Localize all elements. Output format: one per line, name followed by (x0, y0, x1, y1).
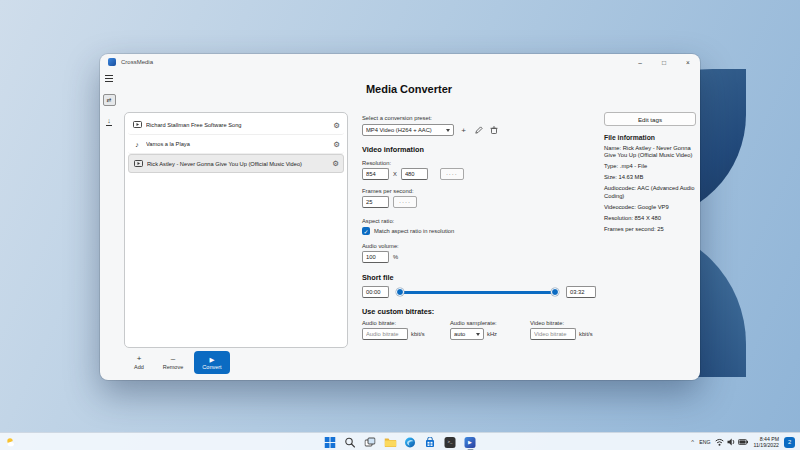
remove-file-button[interactable]: – Remove (160, 351, 186, 374)
plus-icon: + (137, 355, 142, 363)
file-list-panel: Richard Stallman Free Software Song ⚙ ♪ … (124, 112, 348, 348)
audio-volume-label: Audio volume: (362, 243, 596, 249)
resolution-separator: X (393, 171, 397, 177)
convert-button[interactable]: ▶ Convert (194, 351, 230, 374)
hamburger-icon (105, 78, 113, 79)
slider-handle-start[interactable] (396, 288, 404, 296)
file-list-item[interactable]: Richard Stallman Free Software Song ⚙ (128, 116, 344, 135)
file-settings-gear-icon[interactable]: ⚙ (333, 140, 340, 149)
trim-end-value[interactable]: 03:32 (566, 286, 596, 298)
converter-page-icon[interactable]: ⇄ (103, 94, 116, 106)
taskbar-center: >_ ▶ (324, 433, 477, 450)
aspect-ratio-checkbox[interactable]: ✓ (362, 227, 370, 235)
store-icon (425, 437, 436, 448)
minimize-button[interactable]: – (628, 54, 652, 70)
file-info-panel: Edit tags File information Name: Rick As… (604, 112, 696, 233)
audio-samplerate-value: auto (454, 331, 473, 337)
slider-handle-end[interactable] (551, 288, 559, 296)
preset-select[interactable]: MP4 Video (H264 + AAC) (362, 124, 454, 136)
notification-count-badge[interactable]: 2 (784, 437, 795, 448)
file-info-heading: File information (604, 134, 696, 141)
custom-bitrates-heading: Use custom bitrates: (362, 307, 596, 316)
conversion-settings: Select a conversion preset: MP4 Video (H… (362, 109, 596, 340)
aspect-ratio-label: Aspect ratio: (362, 218, 596, 224)
file-list-item-selected[interactable]: Rick Astley - Never Gonna Give You Up (O… (128, 154, 344, 173)
resolution-height-input[interactable] (401, 168, 428, 180)
download-page-icon[interactable]: ↓ (103, 115, 116, 128)
titlebar[interactable]: CrossMedia – □ × (100, 54, 700, 70)
file-info-size: Size: 14.63 MB (604, 174, 696, 182)
download-icon: ↓ (106, 117, 112, 126)
close-button[interactable]: × (676, 54, 700, 70)
audio-samplerate-select[interactable]: auto (450, 328, 484, 340)
app-window: CrossMedia – □ × ⇄ ↓ Media Converter Ric… (100, 54, 700, 380)
audio-bitrate-input[interactable] (362, 328, 408, 340)
file-info-resolution: Resolution: 854 X 480 (604, 215, 696, 223)
resolution-width-input[interactable] (362, 168, 389, 180)
volume-unit: % (393, 254, 398, 260)
edit-tags-button[interactable]: Edit tags (604, 112, 696, 126)
audio-bitrate-label: Audio bitrate: (362, 320, 450, 326)
hidden-icons-chevron-icon[interactable]: ^ (691, 439, 694, 445)
taskbar: >_ ▶ ^ ENG 8:44 PM 11/19/2022 2 (0, 432, 800, 450)
add-preset-icon[interactable]: + (458, 125, 469, 136)
audio-bitrate-unit: kbit/s (411, 331, 425, 337)
fps-label: Frames per second: (362, 188, 596, 194)
file-settings-gear-icon[interactable]: ⚙ (332, 159, 339, 168)
edit-preset-pencil-icon[interactable] (473, 125, 484, 136)
clock[interactable]: 8:44 PM 11/19/2022 (753, 436, 779, 448)
left-rail: ⇄ ↓ (100, 72, 118, 128)
resolution-presets-button[interactable]: ···· (440, 168, 464, 180)
crossmedia-app-icon: ▶ (465, 437, 476, 448)
task-view-icon (365, 437, 376, 448)
file-name: Vamos a la Playa (146, 141, 329, 147)
search-button[interactable] (344, 436, 357, 449)
video-bitrate-input[interactable] (530, 328, 576, 340)
video-info-heading: Video information (362, 145, 596, 154)
tray-date: 11/19/2022 (753, 442, 779, 448)
app-logo-icon (108, 58, 116, 66)
fps-presets-button[interactable]: ···· (393, 196, 417, 208)
delete-preset-trash-icon[interactable] (488, 125, 499, 136)
file-name: Rick Astley - Never Gonna Give You Up (O… (147, 161, 328, 167)
file-name: Richard Stallman Free Software Song (146, 122, 329, 128)
file-settings-gear-icon[interactable]: ⚙ (333, 121, 340, 130)
file-info-videocodec: Videocodec: Google VP9 (604, 204, 696, 212)
fps-input[interactable] (362, 196, 389, 208)
task-view-button[interactable] (364, 436, 377, 449)
start-button[interactable] (324, 436, 337, 449)
windows-logo-icon (325, 437, 336, 448)
menu-icon[interactable] (103, 72, 116, 85)
trim-start-value[interactable]: 00:00 (362, 286, 389, 298)
network-volume-battery[interactable] (715, 438, 748, 446)
widgets-button[interactable] (6, 437, 19, 447)
add-file-button[interactable]: + Add (126, 351, 152, 374)
short-file-heading: Short file (362, 273, 596, 282)
desktop: CrossMedia – □ × ⇄ ↓ Media Converter Ric… (0, 0, 800, 450)
maximize-button[interactable]: □ (652, 54, 676, 70)
wifi-icon (715, 438, 724, 446)
file-actions: + Add – Remove ▶ Convert (126, 351, 230, 374)
language-indicator[interactable]: ENG (699, 439, 710, 445)
play-icon: ▶ (210, 356, 215, 363)
system-tray: ^ ENG 8:44 PM 11/19/2022 2 (691, 433, 795, 450)
folder-icon (384, 437, 396, 447)
file-info-fps: Frames per second: 25 (604, 226, 696, 234)
file-explorer-button[interactable] (384, 436, 397, 449)
audio-volume-input[interactable] (362, 251, 389, 263)
crossmedia-app-button[interactable]: ▶ (464, 436, 477, 449)
file-info-name: Name: Rick Astley - Never Gonna Give You… (604, 145, 696, 160)
search-icon (345, 437, 356, 448)
file-list-item[interactable]: ♪ Vamos a la Playa ⚙ (128, 135, 344, 154)
aspect-ratio-checkbox-label: Match aspect ratio in resolution (374, 228, 454, 234)
terminal-button[interactable]: >_ (444, 436, 457, 449)
video-bitrate-unit: kbit/s (579, 331, 593, 337)
video-bitrate-label: Video bitrate: (530, 320, 596, 326)
volume-icon (727, 438, 736, 446)
video-file-icon (132, 121, 142, 129)
edge-browser-button[interactable] (404, 436, 417, 449)
weather-icon (6, 437, 19, 447)
remove-label: Remove (163, 364, 183, 370)
trim-range-slider[interactable] (398, 291, 557, 294)
microsoft-store-button[interactable] (424, 436, 437, 449)
